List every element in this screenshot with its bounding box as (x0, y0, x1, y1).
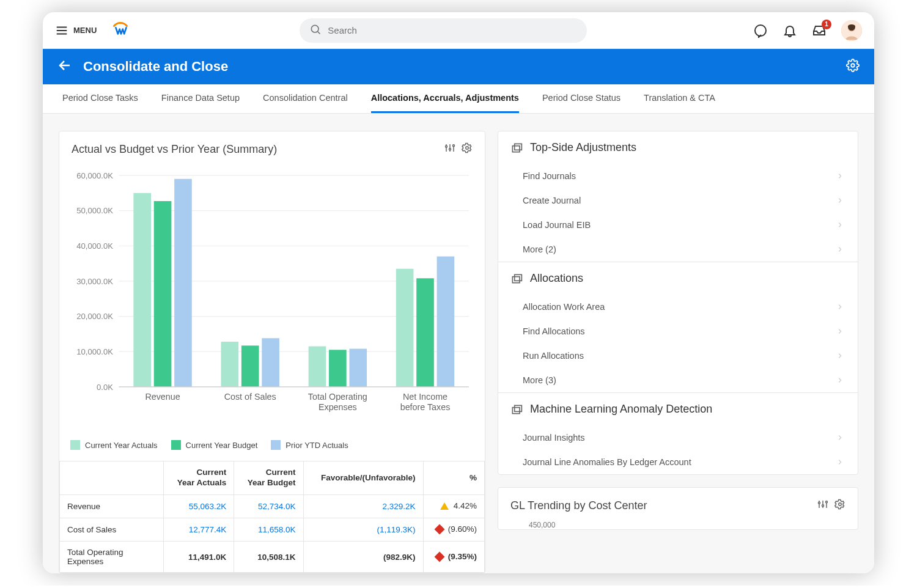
svg-rect-46 (437, 257, 455, 387)
svg-text:60,000.0K: 60,000.0K (76, 171, 113, 180)
gl-card-title: GL Trending by Cost Center (510, 499, 817, 512)
page-settings-icon[interactable] (846, 59, 860, 75)
group-item[interactable]: Run Allocations (498, 344, 858, 368)
svg-rect-32 (154, 201, 172, 387)
svg-text:before Taxes: before Taxes (400, 402, 451, 412)
svg-rect-39 (309, 347, 326, 387)
table-header: Favorable/(Unfavorable) (303, 461, 423, 495)
svg-point-14 (449, 149, 451, 150)
svg-text:Revenue: Revenue (145, 392, 180, 402)
svg-rect-44 (396, 269, 414, 387)
inbox-badge: 1 (822, 20, 831, 29)
group-header: Machine Learning Anomaly Detection (498, 393, 858, 425)
group-header: Allocations (498, 262, 858, 295)
group-item[interactable]: Journal Insights (498, 425, 858, 450)
group-item[interactable]: Find Journals (498, 164, 858, 188)
menu-button[interactable]: MENU (55, 24, 97, 37)
tab-translation-cta[interactable]: Translation & CTA (644, 93, 715, 113)
table-row[interactable]: Revenue55,063.2K52,734.0K2,329.2K 4.42% (60, 495, 485, 518)
svg-text:10,000.0K: 10,000.0K (76, 347, 113, 356)
group-item[interactable]: Find Allocations (498, 319, 858, 344)
svg-point-61 (826, 501, 828, 503)
svg-rect-41 (349, 349, 367, 387)
warning-icon (440, 502, 449, 512)
chat-icon[interactable] (753, 23, 768, 38)
chart-gear-icon[interactable] (462, 142, 473, 156)
tab-allocations-accruals-adjustments[interactable]: Allocations, Accruals, Adjustments (371, 93, 519, 113)
chart-configure-icon[interactable] (444, 142, 455, 156)
svg-rect-50 (512, 145, 520, 152)
svg-rect-54 (512, 407, 520, 413)
table-row[interactable]: Cost of Sales12,777.4K11,658.0K(1,119.3K… (60, 518, 485, 542)
table-row[interactable]: Total Operating Expenses11,491.0K10,508.… (60, 542, 485, 573)
legend-item[interactable]: Current Year Actuals (70, 440, 158, 450)
search-box[interactable] (300, 18, 587, 43)
svg-rect-51 (515, 144, 522, 150)
svg-text:Cost of Sales: Cost of Sales (224, 392, 276, 402)
svg-rect-33 (174, 179, 192, 387)
svg-point-9 (851, 64, 855, 67)
page-title: Consolidate and Close (83, 59, 228, 75)
group-item[interactable]: Allocation Work Area (498, 295, 858, 319)
svg-point-13 (446, 145, 447, 147)
group-item[interactable]: More (3) (498, 368, 858, 392)
notifications-icon[interactable] (783, 23, 797, 38)
table-header (60, 461, 164, 495)
svg-text:Expenses: Expenses (319, 402, 357, 412)
inbox-icon[interactable]: 1 (812, 23, 827, 38)
menu-label: MENU (73, 26, 97, 35)
group-item[interactable]: More (2) (498, 237, 858, 262)
svg-point-60 (822, 505, 824, 507)
summary-table: CurrentYear ActualsCurrentYear BudgetFav… (59, 461, 485, 573)
svg-text:0.0K: 0.0K (97, 383, 113, 392)
svg-rect-52 (512, 276, 520, 282)
svg-rect-31 (133, 193, 151, 387)
group-item[interactable]: Journal Line Anomalies By Ledger Account (498, 450, 858, 474)
group-item[interactable]: Create Journal (498, 188, 858, 213)
svg-point-3 (312, 25, 319, 32)
gl-gear-icon[interactable] (834, 499, 845, 512)
svg-point-16 (466, 147, 469, 150)
table-header: % (423, 461, 485, 495)
svg-rect-36 (241, 345, 259, 386)
svg-point-15 (453, 145, 455, 147)
svg-rect-53 (515, 274, 522, 281)
tab-finance-data-setup[interactable]: Finance Data Setup (161, 93, 240, 113)
svg-text:50,000.0K: 50,000.0K (76, 206, 113, 215)
table-header: CurrentYear Actuals (164, 461, 234, 495)
svg-text:Net Income: Net Income (403, 392, 447, 402)
chart-legend: Current Year ActualsCurrent Year BudgetP… (59, 436, 485, 461)
svg-rect-45 (416, 278, 434, 387)
svg-text:20,000.0K: 20,000.0K (76, 312, 113, 321)
group-header: Top-Side Adjustments (498, 131, 858, 164)
search-icon (309, 23, 322, 38)
svg-point-5 (755, 25, 766, 36)
group-item[interactable]: Load Journal EIB (498, 213, 858, 237)
tab-period-close-tasks[interactable]: Period Close Tasks (62, 93, 138, 113)
bar-chart: 0.0K10,000.0K20,000.0K30,000.0K40,000.0K… (68, 168, 476, 430)
svg-point-59 (819, 502, 820, 504)
avatar[interactable] (841, 20, 862, 41)
tab-bar: Period Close TasksFinance Data SetupCons… (43, 84, 874, 114)
tab-period-close-status[interactable]: Period Close Status (542, 93, 621, 113)
search-input[interactable] (328, 25, 577, 35)
tab-consolidation-central[interactable]: Consolidation Central (263, 93, 348, 113)
task-groups: Top-Side AdjustmentsFind JournalsCreate … (498, 131, 858, 475)
table-header: CurrentYear Budget (234, 461, 303, 495)
alert-icon (436, 526, 443, 535)
back-button[interactable] (57, 58, 72, 75)
svg-point-62 (839, 503, 842, 506)
chart-card-title: Actual vs Budget vs Prior Year (Summary) (72, 143, 438, 156)
workday-logo[interactable] (111, 21, 130, 40)
legend-item[interactable]: Prior YTD Actuals (271, 440, 348, 450)
svg-text:Total Operating: Total Operating (308, 392, 367, 402)
gl-axis-tick: 450,000 (510, 512, 845, 529)
svg-rect-35 (221, 342, 239, 387)
svg-rect-37 (262, 338, 279, 387)
svg-rect-40 (329, 350, 347, 387)
legend-item[interactable]: Current Year Budget (171, 440, 258, 450)
svg-rect-55 (515, 405, 522, 411)
alert-icon (436, 553, 443, 562)
svg-text:40,000.0K: 40,000.0K (76, 241, 113, 251)
gl-configure-icon[interactable] (817, 499, 828, 512)
